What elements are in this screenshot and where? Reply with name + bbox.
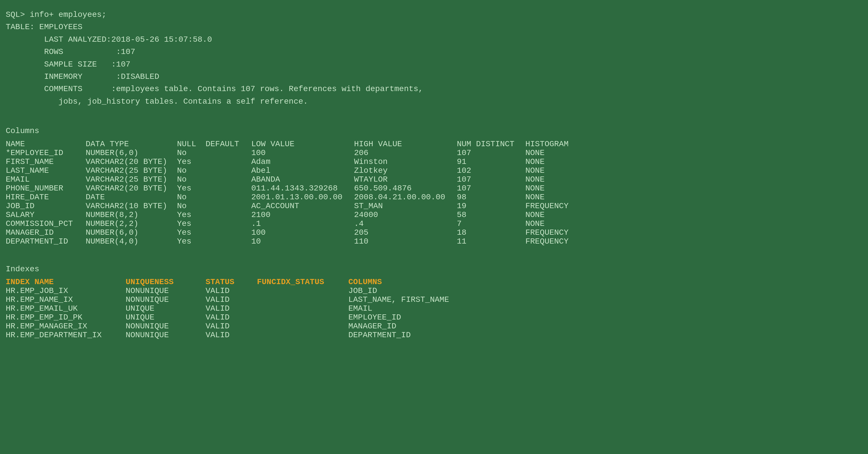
idx-cell: VALID <box>206 304 257 313</box>
col-cell <box>206 237 251 246</box>
idx-cell: DEPARTMENT_ID <box>348 331 491 339</box>
idx-cell: NONUNIQUE <box>126 331 206 339</box>
table-row: MANAGER_IDNUMBER(6,0)Yes10020518FREQUENC… <box>6 228 862 237</box>
col-cell: 2001.01.13.00.00.00 <box>251 193 354 202</box>
table-row: COMMISSION_PCTNUMBER(2,2)Yes.1.47NONE <box>6 219 862 228</box>
col-header-histogram: HISTOGRAM <box>525 140 599 149</box>
columns-data: *EMPLOYEE_IDNUMBER(6,0)No100206107NONEFI… <box>6 149 862 246</box>
col-header-null: NULL <box>177 140 206 149</box>
rows-line: ROWS :107 <box>6 46 862 58</box>
idx-cell: HR.EMP_DEPARTMENT_IX <box>6 331 126 339</box>
col-cell: ABANDA <box>251 175 354 184</box>
col-header-datatype: DATA TYPE <box>86 140 177 149</box>
last-analyzed-line: LAST ANALYZED:2018-05-26 15:07:58.0 <box>6 33 862 46</box>
idx-cell: VALID <box>206 331 257 339</box>
col-cell: LAST_NAME <box>6 166 86 175</box>
col-cell: VARCHAR2(20 BYTE) <box>86 184 177 193</box>
idx-cell <box>257 286 348 295</box>
table-row: HIRE_DATEDATENo2001.01.13.00.00.002008.0… <box>6 193 862 202</box>
idx-cell: NONUNIQUE <box>126 295 206 304</box>
col-cell <box>206 202 251 210</box>
col-cell: NONE <box>525 157 599 166</box>
table-row: LAST_NAMEVARCHAR2(25 BYTE)NoAbelZlotkey1… <box>6 166 862 175</box>
col-cell <box>206 210 251 219</box>
col-cell: 110 <box>354 237 457 246</box>
col-cell: Yes <box>177 219 206 228</box>
col-cell: 19 <box>457 202 525 210</box>
col-cell: COMMISSION_PCT <box>6 219 86 228</box>
idx-cell <box>257 313 348 322</box>
list-item: HR.EMP_JOB_IXNONUNIQUEVALIDJOB_ID <box>6 286 862 295</box>
col-cell <box>206 228 251 237</box>
list-item: HR.EMP_DEPARTMENT_IXNONUNIQUEVALIDDEPART… <box>6 331 862 339</box>
list-item: HR.EMP_MANAGER_IXNONUNIQUEVALIDMANAGER_I… <box>6 322 862 331</box>
list-item: HR.EMP_NAME_IXNONUNIQUEVALIDLAST_NAME, F… <box>6 295 862 304</box>
idx-cell: VALID <box>206 286 257 295</box>
col-cell: VARCHAR2(25 BYTE) <box>86 175 177 184</box>
idx-header-status: STATUS <box>206 277 257 286</box>
col-cell: NONE <box>525 149 599 157</box>
col-cell <box>206 175 251 184</box>
sample-size-line: SAMPLE SIZE :107 <box>6 58 862 70</box>
col-cell: 91 <box>457 157 525 166</box>
comments-value: :employees table. Contains 107 rows. Ref… <box>111 85 423 93</box>
comments-label: COMMENTS <box>44 85 82 93</box>
col-cell: VARCHAR2(25 BYTE) <box>86 166 177 175</box>
col-cell: 011.44.1343.329268 <box>251 184 354 193</box>
terminal: SQL> info+ employees; TABLE: EMPLOYEES L… <box>6 8 862 339</box>
idx-cell: UNIQUE <box>126 313 206 322</box>
col-cell <box>206 193 251 202</box>
col-cell <box>206 149 251 157</box>
col-cell: 18 <box>457 228 525 237</box>
col-cell: No <box>177 175 206 184</box>
col-cell: JOB_ID <box>6 202 86 210</box>
col-cell: NUMBER(8,2) <box>86 210 177 219</box>
col-cell <box>206 157 251 166</box>
col-cell: FREQUENCY <box>525 228 599 237</box>
col-cell: 102 <box>457 166 525 175</box>
col-cell: Zlotkey <box>354 166 457 175</box>
idx-cell: VALID <box>206 322 257 331</box>
table-row: JOB_IDVARCHAR2(10 BYTE)NoAC_ACCOUNTST_MA… <box>6 202 862 210</box>
col-cell: AC_ACCOUNT <box>251 202 354 210</box>
col-cell: NONE <box>525 175 599 184</box>
idx-cell: NONUNIQUE <box>126 322 206 331</box>
col-cell: DATE <box>86 193 177 202</box>
col-cell: 10 <box>251 237 354 246</box>
inmemory-value: :DISABLED <box>116 72 159 81</box>
col-cell: NUMBER(4,0) <box>86 237 177 246</box>
col-cell: NONE <box>525 184 599 193</box>
col-cell: 98 <box>457 193 525 202</box>
col-cell: .4 <box>354 219 457 228</box>
col-cell: No <box>177 202 206 210</box>
col-cell: NUMBER(6,0) <box>86 149 177 157</box>
col-cell: 24000 <box>354 210 457 219</box>
idx-header-funcidx: FUNCIDX_STATUS <box>257 277 348 286</box>
col-cell: 107 <box>457 184 525 193</box>
idx-cell: VALID <box>206 295 257 304</box>
idx-cell: HR.EMP_MANAGER_IX <box>6 322 126 331</box>
col-cell: HIRE_DATE <box>6 193 86 202</box>
col-cell: FREQUENCY <box>525 237 599 246</box>
idx-cell: LAST_NAME, FIRST_NAME <box>348 295 491 304</box>
col-cell: ST_MAN <box>354 202 457 210</box>
comments-line2: jobs, job_history tables. Contains a sel… <box>6 95 862 108</box>
idx-cell: HR.EMP_NAME_IX <box>6 295 126 304</box>
indexes-header-row: INDEX NAME UNIQUENESS STATUS FUNCIDX_STA… <box>6 277 862 286</box>
col-cell: MANAGER_ID <box>6 228 86 237</box>
col-cell: Yes <box>177 184 206 193</box>
col-cell: VARCHAR2(20 BYTE) <box>86 157 177 166</box>
list-item: HR.EMP_EMP_ID_PKUNIQUEVALIDEMPLOYEE_ID <box>6 313 862 322</box>
col-cell: Abel <box>251 166 354 175</box>
table-row: DEPARTMENT_IDNUMBER(4,0)Yes1011011FREQUE… <box>6 237 862 246</box>
col-cell <box>206 184 251 193</box>
rows-value: :107 <box>116 48 135 56</box>
idx-cell: VALID <box>206 313 257 322</box>
col-cell: .1 <box>251 219 354 228</box>
col-cell: Winston <box>354 157 457 166</box>
idx-cell: UNIQUE <box>126 304 206 313</box>
col-cell: No <box>177 149 206 157</box>
col-cell: Yes <box>177 210 206 219</box>
rows-label: ROWS <box>44 48 63 56</box>
table-row: FIRST_NAMEVARCHAR2(20 BYTE)YesAdamWinsto… <box>6 157 862 166</box>
